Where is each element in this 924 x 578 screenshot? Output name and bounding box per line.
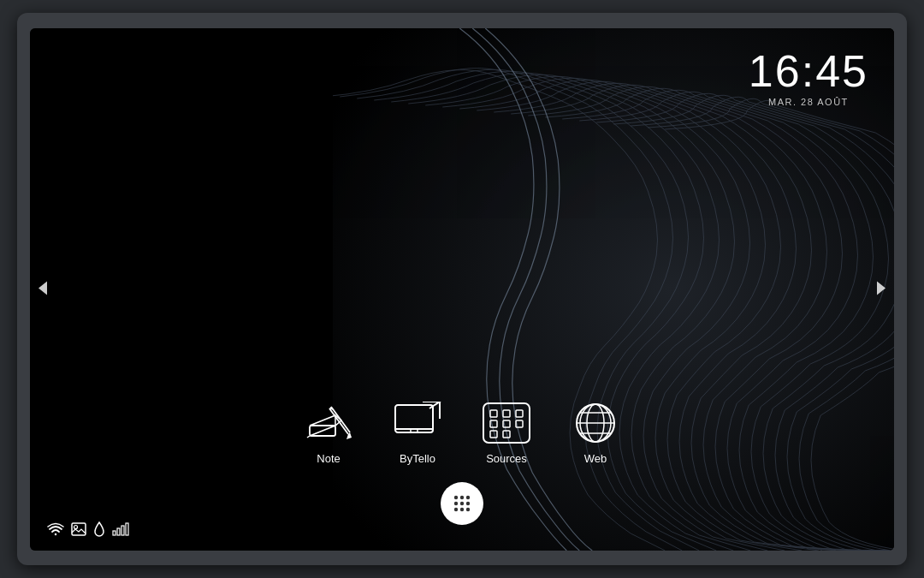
home-button[interactable] — [441, 482, 483, 525]
app-bytello[interactable]: ByTello — [390, 401, 445, 465]
wifi-icon — [47, 522, 64, 536]
svg-line-7 — [307, 436, 310, 438]
clock-display: 16:45 MAR. 28 AOÛT — [749, 49, 868, 107]
svg-line-8 — [329, 408, 348, 434]
sources-label: Sources — [486, 452, 527, 465]
svg-point-36 — [466, 495, 470, 498]
network-icon — [112, 522, 129, 536]
svg-rect-22 — [516, 410, 523, 417]
svg-rect-45 — [113, 531, 116, 535]
clock-time: 16:45 — [749, 49, 868, 93]
svg-rect-43 — [72, 523, 86, 535]
bytello-icon — [390, 401, 445, 445]
right-arrow-button[interactable] — [875, 279, 887, 299]
web-icon — [568, 401, 623, 445]
svg-rect-46 — [117, 528, 120, 535]
svg-point-39 — [466, 501, 470, 504]
svg-point-42 — [466, 507, 470, 510]
app-note[interactable]: Note — [301, 401, 356, 465]
svg-point-38 — [460, 501, 464, 504]
monitor-bezel: 16:45 MAR. 28 AOÛT — [30, 28, 894, 551]
app-sources[interactable]: Sources — [479, 401, 534, 465]
svg-line-9 — [331, 407, 350, 432]
svg-line-5 — [310, 426, 335, 436]
status-bar — [47, 521, 129, 537]
note-icon — [301, 401, 356, 445]
svg-marker-1 — [38, 281, 47, 295]
svg-line-4 — [310, 415, 335, 426]
droplet-icon — [93, 521, 105, 537]
svg-point-37 — [454, 501, 458, 504]
svg-point-34 — [454, 495, 458, 498]
svg-rect-20 — [490, 410, 497, 417]
svg-rect-25 — [516, 420, 523, 427]
gallery-icon — [71, 522, 86, 536]
left-arrow-button[interactable] — [37, 279, 49, 299]
svg-point-35 — [460, 495, 464, 498]
monitor-outer: 16:45 MAR. 28 AOÛT — [17, 13, 907, 565]
app-row: Note — [301, 401, 623, 465]
clock-date: MAR. 28 AOÛT — [749, 97, 868, 107]
svg-point-44 — [74, 525, 78, 528]
note-label: Note — [317, 452, 340, 465]
svg-point-41 — [460, 507, 464, 510]
bytello-label: ByTello — [400, 452, 435, 465]
svg-rect-48 — [126, 523, 128, 535]
app-web[interactable]: Web — [568, 401, 623, 465]
svg-point-40 — [454, 507, 458, 510]
svg-rect-21 — [503, 410, 510, 417]
svg-rect-26 — [490, 431, 497, 438]
sources-icon — [479, 401, 534, 445]
svg-rect-47 — [121, 526, 124, 535]
web-label: Web — [584, 452, 607, 465]
svg-rect-24 — [503, 420, 510, 427]
svg-rect-27 — [503, 431, 510, 438]
svg-marker-2 — [877, 281, 886, 295]
svg-rect-23 — [490, 420, 497, 427]
